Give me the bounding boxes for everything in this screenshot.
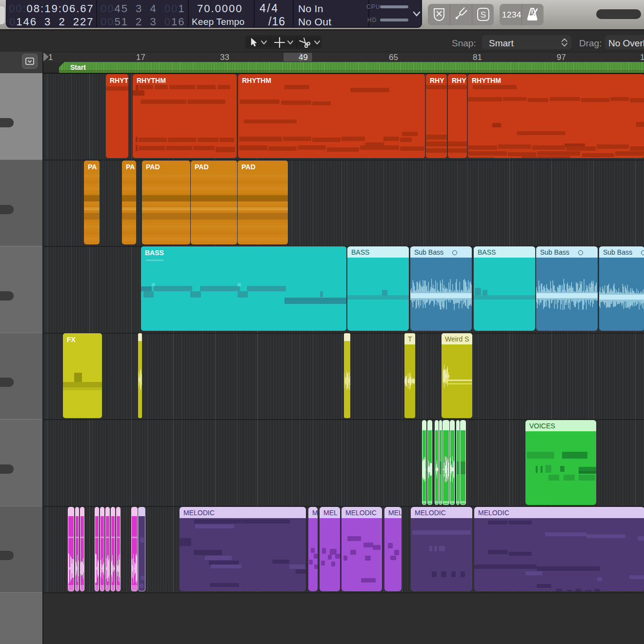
svg-text:S: S (481, 10, 486, 20)
